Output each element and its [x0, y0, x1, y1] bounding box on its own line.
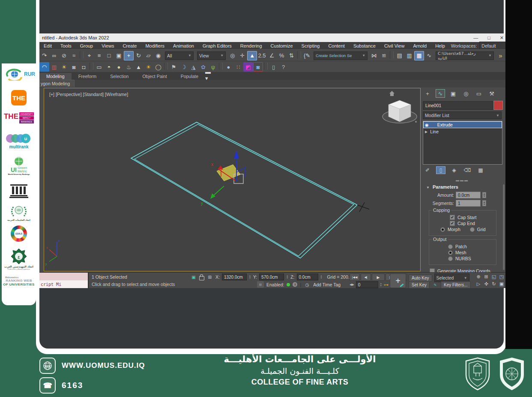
go-to-start-button[interactable]: |◀◀ [350, 274, 360, 281]
toolbar-separator[interactable] [164, 62, 168, 70]
zoom-all-icon[interactable]: ⊞ [482, 273, 490, 280]
motion-tab-icon[interactable]: ◎ [461, 89, 471, 98]
key-filters-button[interactable]: Key Filters... [441, 281, 471, 288]
y-coordinate-field[interactable]: 570.0cm [259, 274, 284, 280]
select-object-icon[interactable]: ⌖ [84, 51, 94, 60]
viewcube-home-icon[interactable] [389, 91, 395, 96]
ribbon-tab[interactable]: Object Paint [135, 73, 173, 80]
panel-scrollbar[interactable] [503, 184, 505, 270]
layer-explorer-toolbar-icon[interactable]: ▥ [404, 51, 414, 60]
menu-item[interactable]: Animation [169, 43, 198, 48]
menu-item[interactable]: Customize [266, 43, 297, 48]
key-mode-dropdown[interactable]: Selected▼ [434, 274, 469, 282]
keyboard-shortcut-override-icon[interactable]: ▲ [247, 51, 257, 60]
use-pivot-point-center-icon[interactable]: ◎ [227, 51, 237, 60]
ribbon-tab[interactable]: Selection [103, 73, 135, 80]
bind-to-space-warp-icon[interactable]: ≈ [69, 51, 79, 60]
light-bulb-icon[interactable]: ☀ [59, 62, 69, 72]
modifier-stack-line[interactable]: ▶ Line [423, 128, 502, 135]
workspaces-dropdown[interactable]: Default▼ [479, 42, 505, 50]
display-tab-icon[interactable]: ▭ [474, 89, 484, 98]
configure-modifier-sets-icon[interactable]: ▦ [476, 166, 485, 174]
cone-primitive-icon[interactable]: ▲ [134, 62, 143, 72]
set-key-button[interactable]: Set Key [409, 281, 430, 288]
zoom-icon[interactable]: ⊕ [475, 273, 482, 280]
info-badge-icon[interactable]: i [293, 282, 297, 287]
key-mode-toggle-icon[interactable]: ◀▶ [350, 283, 354, 286]
selection-filter-dropdown[interactable]: All▼ [165, 51, 194, 60]
modify-tab-icon[interactable]: ∿ [436, 89, 445, 98]
mirror-icon[interactable]: ⋈ [369, 51, 379, 60]
current-frame-field[interactable]: 0 [356, 281, 378, 288]
menu-item[interactable]: Modifiers [141, 43, 169, 48]
sphere-primitive-icon[interactable]: ● [114, 62, 124, 72]
checker-flag-icon[interactable]: ⚑ [169, 62, 179, 72]
z-coordinate-field[interactable]: 0.0cm [297, 274, 318, 280]
select-and-move-icon[interactable]: + [124, 51, 134, 60]
menu-item[interactable]: Content [324, 43, 349, 48]
orbit-icon[interactable]: ↻ [490, 280, 498, 288]
cap-end-checkbox[interactable]: ✔ [450, 221, 455, 226]
select-by-name-icon[interactable]: ≡ [94, 51, 104, 60]
toolbar-separator[interactable] [297, 51, 301, 59]
select-and-manipulate-icon[interactable]: ✛ [237, 51, 247, 60]
modifier-stack-extrude[interactable]: ◉ Extrude [423, 121, 502, 128]
toolbar-separator[interactable] [90, 62, 93, 70]
grid-radio[interactable] [470, 227, 475, 232]
listener-text[interactable]: cript Mi [39, 280, 88, 288]
toggle-ribbon-icon[interactable]: ▦ [414, 51, 424, 60]
segments-spinner[interactable]: ▲▼ [482, 200, 486, 206]
y-spinner[interactable]: ▲▼ [286, 275, 288, 279]
toolbar-separator[interactable] [264, 62, 268, 70]
menu-item[interactable]: Rendering [236, 43, 266, 48]
unlink-selection-icon[interactable]: ⊘ [59, 51, 69, 60]
modifier-list-dropdown[interactable]: Modifier List▼ [423, 111, 502, 119]
z-spinner[interactable]: ▲▼ [320, 275, 323, 279]
angle-snap-icon[interactable]: ∠ [267, 51, 277, 60]
toolbar-separator[interactable] [390, 51, 394, 59]
ribbon-display-icon[interactable]: ▬ ▾ [205, 70, 215, 80]
spinner-snap-icon[interactable]: ⇅ [287, 51, 296, 60]
utilities-tab-icon[interactable]: ⚒ [487, 89, 496, 98]
open-recent-icon[interactable]: ▥ [49, 62, 59, 72]
moon-icon[interactable]: ☽ [179, 62, 188, 72]
sphere2-primitive-icon[interactable]: ◯ [153, 62, 163, 72]
box-primitive-icon[interactable]: ▭ [94, 62, 104, 72]
toolbar-overflow-button[interactable]: » [496, 51, 505, 60]
object-name-field[interactable]: Line001 [423, 101, 493, 110]
maxscript-mini-listener[interactable]: cript Mi [39, 273, 89, 288]
add-time-tag[interactable]: Add Time Tag [313, 282, 341, 287]
select-and-rotate-icon[interactable]: ↻ [134, 51, 143, 60]
polygon-modeling-panel-tab[interactable]: ygon Modeling [39, 80, 75, 87]
camera-icon[interactable]: ◙ [69, 62, 79, 72]
toolbar-separator[interactable] [219, 62, 223, 70]
rollout-splitter[interactable]: ▬▬▬ [423, 178, 502, 182]
named-selection-dropdown[interactable]: Create Selection Se▼ [314, 51, 368, 60]
gold-key-icon[interactable]: ⊶ [384, 282, 389, 288]
remove-modifier-icon[interactable]: ⌫ [463, 166, 472, 174]
viewcube[interactable] [383, 100, 417, 123]
ribbon-tab[interactable]: Freeform [72, 73, 104, 80]
create-key-button[interactable]: + [390, 274, 406, 288]
close-button[interactable]: ✕ [500, 35, 504, 41]
clipboard-icon[interactable]: ▯ [269, 62, 278, 72]
nurbs-radio[interactable] [448, 256, 453, 261]
menu-item[interactable]: Civil View [380, 43, 409, 48]
color-dots-icon[interactable]: ∷ [233, 62, 243, 72]
previous-frame-button[interactable]: ◀| [361, 274, 371, 281]
cap-start-checkbox[interactable]: ✔ [450, 215, 455, 220]
snaps-toggle-icon[interactable]: 2.5 [257, 51, 267, 60]
undo-icon[interactable]: ↷ [39, 51, 49, 60]
menu-item[interactable]: Arnold [409, 43, 431, 48]
menu-item[interactable]: Help [431, 43, 449, 48]
make-unique-icon[interactable]: ◈ [449, 166, 459, 174]
generate-mapping-coords-checkbox[interactable] [430, 268, 435, 272]
hierarchy-tab-icon[interactable]: ▣ [448, 89, 458, 98]
key-filter-pose-icon[interactable]: ✎ [432, 282, 439, 288]
selection-lock-icon[interactable] [199, 276, 204, 280]
time-tag-network-icon[interactable]: ⌗ [257, 281, 264, 288]
object-color-swatch[interactable] [493, 101, 503, 110]
menu-item[interactable]: Views [97, 43, 118, 48]
select-and-link-icon[interactable]: ∞ [49, 51, 59, 60]
x-coordinate-field[interactable]: 1320.0cm [222, 274, 247, 280]
